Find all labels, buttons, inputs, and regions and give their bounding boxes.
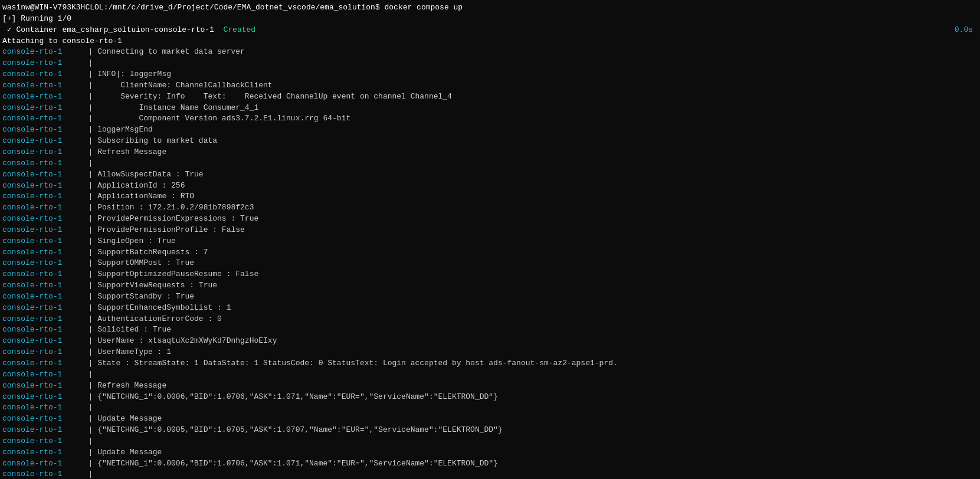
log-prefix: console-rto-1 [2, 358, 79, 369]
log-content: | State : StreamState: 1 DataState: 1 St… [79, 358, 978, 369]
log-content: | SupportEnhancedSymbolList : 1 [79, 303, 978, 314]
log-content: | Position : 172.21.0.2/981b7898f2c3 [79, 202, 978, 214]
log-content: | SupportViewRequests : True [79, 280, 978, 291]
log-prefix: console-rto-1 [2, 280, 79, 291]
log-prefix: console-rto-1 [2, 247, 79, 258]
log-prefix: console-rto-1 [2, 447, 79, 458]
log-line: console-rto-1 | SupportEnhancedSymbolLis… [0, 303, 980, 314]
log-content: | [79, 436, 978, 447]
log-prefix: console-rto-1 [2, 236, 79, 247]
log-content: | ClientName: ChannelCallbackClient [79, 80, 978, 91]
log-line: console-rto-1 | loggerMsgEnd [0, 124, 980, 136]
log-line: console-rto-1 | ApplicationName : RTO [0, 191, 980, 202]
log-line: console-rto-1 | SingleOpen : True [0, 236, 980, 247]
log-content: | [79, 469, 978, 479]
terminal-window: wasinw@WIN-V793K3HCLOL:/mnt/c/drive_d/Pr… [0, 0, 980, 479]
log-content: | SupportOMMPost : True [79, 258, 978, 269]
log-content: | SupportOptimizedPauseResume : False [79, 269, 978, 280]
log-line: console-rto-1 | Position : 172.21.0.2/98… [0, 202, 980, 214]
log-line: console-rto-1 | AllowSuspectData : True [0, 169, 980, 181]
log-content: | ProvidePermissionExpressions : True [79, 214, 978, 225]
log-prefix: console-rto-1 [2, 269, 79, 280]
log-line: console-rto-1 | ProvidePermissionProfile… [0, 225, 980, 236]
log-prefix: console-rto-1 [2, 291, 79, 303]
log-prefix: console-rto-1 [2, 158, 79, 169]
log-line: console-rto-1 | {"NETCHNG_1":0.0006,"BID… [0, 458, 980, 470]
log-prefix: console-rto-1 [2, 191, 79, 202]
command-line: wasinw@WIN-V793K3HCLOL:/mnt/c/drive_d/Pr… [0, 2, 980, 14]
log-content: | Subscribing to market data [79, 136, 978, 147]
log-line: console-rto-1 | [0, 402, 980, 414]
log-content: | INFO|: loggerMsg [79, 69, 978, 80]
log-prefix: console-rto-1 [2, 136, 79, 147]
log-line: console-rto-1 | UserNameType : 1 [0, 347, 980, 358]
log-line: console-rto-1 | ApplicationId : 256 [0, 181, 980, 192]
log-prefix: console-rto-1 [2, 103, 79, 114]
log-content: | [79, 58, 978, 69]
log-prefix: console-rto-1 [2, 402, 79, 414]
log-prefix: console-rto-1 [2, 214, 79, 225]
log-line: console-rto-1 | SupportStandby : True [0, 291, 980, 303]
log-content: | SupportStandby : True [79, 291, 978, 303]
created-status: Created [224, 25, 256, 34]
log-line: console-rto-1 | Component Version ads3.7… [0, 113, 980, 124]
log-prefix: console-rto-1 [2, 181, 79, 192]
log-line: console-rto-1 | Instance Name Consumer_4… [0, 103, 980, 114]
log-line: console-rto-1 | Update Message [0, 447, 980, 458]
log-prefix: console-rto-1 [2, 58, 79, 69]
log-content: | Severity: Info Text: Received ChannelU… [79, 91, 978, 103]
log-prefix: console-rto-1 [2, 436, 79, 447]
log-line: console-rto-1 | AuthenticationErrorCode … [0, 314, 980, 325]
container-text: ✓ Container ema_csharp_soltuion-console-… [2, 25, 955, 36]
log-content: | [79, 402, 978, 414]
log-line: console-rto-1 | Update Message [0, 414, 980, 425]
log-prefix: console-rto-1 [2, 324, 79, 336]
log-content: | ApplicationName : RTO [79, 191, 978, 202]
log-content: | SupportBatchRequests : 7 [79, 247, 978, 258]
log-prefix: console-rto-1 [2, 169, 79, 181]
log-prefix: console-rto-1 [2, 425, 79, 436]
log-content: | Solicited : True [79, 324, 978, 336]
log-content: | Refresh Message [79, 380, 978, 392]
container-created-line: ✓ Container ema_csharp_soltuion-console-… [0, 25, 980, 36]
log-line: console-rto-1 | [0, 158, 980, 169]
log-content: | Component Version ads3.7.2.E1.linux.rr… [79, 113, 978, 124]
log-line: console-rto-1 | Connecting to market dat… [0, 47, 980, 58]
log-content: | {"NETCHNG_1":0.0006,"BID":1.0706,"ASK"… [79, 458, 978, 470]
log-content: | Connecting to market data server [79, 47, 978, 58]
log-prefix: console-rto-1 [2, 347, 79, 358]
log-prefix: console-rto-1 [2, 458, 79, 470]
log-prefix: console-rto-1 [2, 202, 79, 214]
log-prefix: console-rto-1 [2, 303, 79, 314]
log-line: console-rto-1 | {"NETCHNG_1":0.0006,"BID… [0, 392, 980, 403]
log-content: | ProvidePermissionProfile : False [79, 225, 978, 236]
log-line: console-rto-1 | Refresh Message [0, 147, 980, 158]
log-prefix: console-rto-1 [2, 414, 79, 425]
log-prefix: console-rto-1 [2, 113, 79, 124]
log-content: | {"NETCHNG_1":0.0006,"BID":1.0706,"ASK"… [79, 392, 978, 403]
log-line: console-rto-1 | SupportBatchRequests : 7 [0, 247, 980, 258]
log-line: console-rto-1 | Subscribing to market da… [0, 136, 980, 147]
log-content: | UserNameType : 1 [79, 347, 978, 358]
log-line: console-rto-1 | Severity: Info Text: Rec… [0, 91, 980, 103]
log-prefix: console-rto-1 [2, 369, 79, 380]
log-content: | [79, 158, 978, 169]
log-prefix: console-rto-1 [2, 336, 79, 347]
log-prefix: console-rto-1 [2, 69, 79, 80]
log-prefix: console-rto-1 [2, 392, 79, 403]
log-prefix: console-rto-1 [2, 47, 79, 58]
log-line: console-rto-1 | [0, 58, 980, 69]
log-line: console-rto-1 | INFO|: loggerMsg [0, 69, 980, 80]
log-prefix: console-rto-1 [2, 147, 79, 158]
log-line: console-rto-1 | SupportOptimizedPauseRes… [0, 269, 980, 280]
log-content: | SingleOpen : True [79, 236, 978, 247]
log-content: | Update Message [79, 414, 978, 425]
log-prefix: console-rto-1 [2, 124, 79, 136]
log-prefix: console-rto-1 [2, 80, 79, 91]
command-text: wasinw@WIN-V793K3HCLOL:/mnt/c/drive_d/Pr… [2, 2, 978, 14]
log-line: console-rto-1 | UserName : xtsaqtuXc2mXW… [0, 336, 980, 347]
log-content: | AuthenticationErrorCode : 0 [79, 314, 978, 325]
log-line: console-rto-1 | SupportViewRequests : Tr… [0, 280, 980, 291]
log-content: | UserName : xtsaqtuXc2mXWyKd7DnhgzHoEIx… [79, 336, 978, 347]
log-prefix: console-rto-1 [2, 225, 79, 236]
